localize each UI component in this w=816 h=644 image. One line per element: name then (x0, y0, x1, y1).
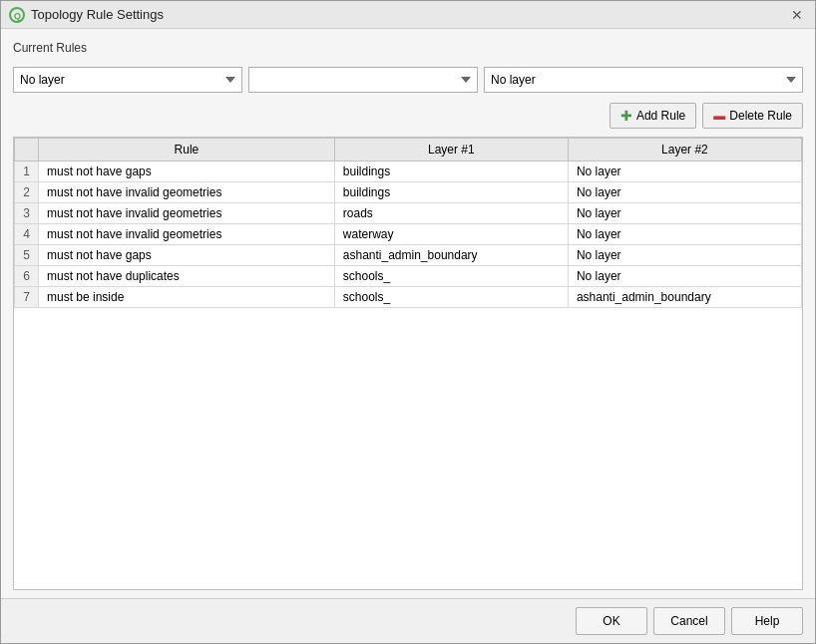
add-icon: ✚ (620, 108, 632, 124)
row-number: 1 (15, 161, 39, 182)
rules-table-container: Rule Layer #1 Layer #2 1 must not have g… (13, 137, 803, 590)
ok-button[interactable]: OK (576, 607, 647, 635)
rule-cell: must not have gaps (39, 245, 335, 266)
window-title: Topology Rule Settings (31, 7, 164, 22)
layer2-cell: No layer (568, 224, 801, 245)
add-rule-button[interactable]: ✚ Add Rule (610, 103, 696, 129)
row-number: 6 (15, 266, 39, 287)
layer2-cell: No layer (568, 161, 801, 182)
help-button[interactable]: Help (731, 607, 803, 635)
add-rule-label: Add Rule (636, 109, 685, 123)
cancel-button[interactable]: Cancel (653, 607, 725, 635)
table-row[interactable]: 1 must not have gaps buildings No layer (15, 161, 802, 182)
row-number: 3 (15, 203, 39, 224)
col-layer2: Layer #2 (568, 139, 801, 161)
table-row[interactable]: 7 must be inside schools_ ashanti_admin_… (15, 287, 802, 308)
delete-rule-button[interactable]: ▬ Delete Rule (702, 103, 803, 129)
col-layer1: Layer #1 (334, 139, 568, 161)
col-num (15, 139, 39, 161)
rule-cell: must not have duplicates (39, 266, 335, 287)
table-row[interactable]: 3 must not have invalid geometries roads… (15, 203, 802, 224)
table-row[interactable]: 5 must not have gaps ashanti_admin_bound… (15, 245, 802, 266)
rule-cell: must be inside (39, 287, 335, 308)
section-label: Current Rules (13, 41, 803, 55)
layer1-cell: buildings (334, 182, 568, 203)
layer1-cell: ashanti_admin_boundary (334, 245, 568, 266)
layer2-cell: ashanti_admin_boundary (568, 287, 801, 308)
layer1-cell: buildings (334, 161, 568, 182)
layer1-cell: roads (334, 203, 568, 224)
middle-dropdown[interactable] (248, 67, 478, 93)
close-button[interactable]: ✕ (787, 5, 807, 25)
layer1-cell: waterway (334, 224, 568, 245)
dropdowns-row: No layer No layer (13, 67, 803, 93)
table-row[interactable]: 6 must not have duplicates schools_ No l… (15, 266, 802, 287)
delete-icon: ▬ (713, 109, 725, 123)
layer2-cell: No layer (568, 266, 801, 287)
layer2-cell: No layer (568, 182, 801, 203)
content-area: Current Rules No layer No layer ✚ Add Ru… (1, 29, 815, 598)
rule-cell: must not have invalid geometries (39, 203, 335, 224)
layer2-cell: No layer (568, 203, 801, 224)
row-number: 5 (15, 245, 39, 266)
table-header-row: Rule Layer #1 Layer #2 (15, 139, 802, 161)
rules-table: Rule Layer #1 Layer #2 1 must not have g… (14, 138, 802, 308)
table-row[interactable]: 2 must not have invalid geometries build… (15, 182, 802, 203)
row-number: 7 (15, 287, 39, 308)
svg-text:Q: Q (14, 11, 21, 21)
layer1-cell: schools_ (334, 266, 568, 287)
rule-cell: must not have invalid geometries (39, 224, 335, 245)
title-bar: Q Topology Rule Settings ✕ (1, 1, 815, 29)
layer2-dropdown[interactable]: No layer (484, 67, 803, 93)
delete-rule-label: Delete Rule (729, 109, 792, 123)
layer2-cell: No layer (568, 245, 801, 266)
rule-cell: must not have gaps (39, 161, 335, 182)
row-number: 2 (15, 182, 39, 203)
main-window: Q Topology Rule Settings ✕ Current Rules… (0, 0, 816, 644)
layer1-dropdown[interactable]: No layer (13, 67, 242, 93)
row-number: 4 (15, 224, 39, 245)
title-bar-left: Q Topology Rule Settings (9, 7, 164, 23)
footer: OK Cancel Help (1, 598, 815, 643)
col-rule: Rule (39, 139, 335, 161)
rule-buttons-row: ✚ Add Rule ▬ Delete Rule (13, 103, 803, 129)
layer1-cell: schools_ (334, 287, 568, 308)
rule-cell: must not have invalid geometries (39, 182, 335, 203)
table-row[interactable]: 4 must not have invalid geometries water… (15, 224, 802, 245)
app-icon: Q (9, 7, 25, 23)
